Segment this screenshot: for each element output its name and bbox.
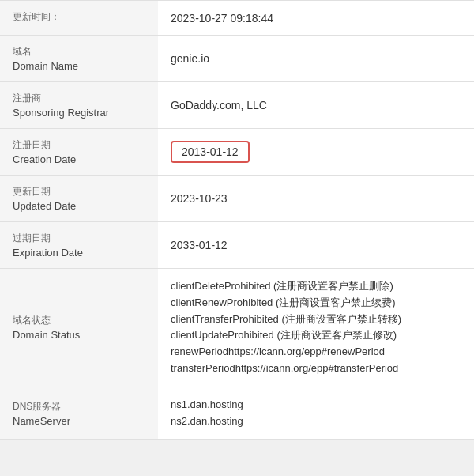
label-zh-creation-date: 注册日期 bbox=[13, 138, 145, 152]
label-zh-domain-name: 域名 bbox=[13, 45, 145, 59]
label-updated-date: 更新日期Updated Date bbox=[0, 176, 158, 221]
label-en-updated-date: Updated Date bbox=[13, 200, 145, 212]
value-creation-date: 2013-01-12 bbox=[158, 129, 474, 175]
label-registrar: 注册商Sponsoring Registrar bbox=[0, 82, 158, 128]
row-domain-status: 域名状态Domain StatusclientDeleteProhibited … bbox=[0, 269, 474, 387]
label-domain-name: 域名Domain Name bbox=[0, 36, 158, 81]
value-line: transferPeriodhttps://icann.org/epp#tran… bbox=[171, 361, 398, 377]
label-zh-registrar: 注册商 bbox=[13, 92, 145, 105]
label-en-registrar: Sponsoring Registrar bbox=[13, 107, 145, 119]
row-nameserver: DNS服务器NameServerns1.dan.hostingns2.dan.h… bbox=[0, 387, 474, 440]
value-text-domain-name: genie.io bbox=[171, 52, 209, 65]
label-en-nameserver: NameServer bbox=[13, 415, 145, 427]
label-domain-status: 域名状态Domain Status bbox=[0, 269, 158, 387]
label-update-time: 更新时间： bbox=[0, 1, 158, 35]
value-line: clientUpdateProhibited (注册商设置客户禁止修改) bbox=[171, 327, 397, 344]
label-en-expiration-date: Expiration Date bbox=[13, 247, 145, 259]
value-line: clientDeleteProhibited (注册商设置客户禁止删除) bbox=[171, 278, 393, 295]
label-zh-updated-date: 更新日期 bbox=[13, 185, 145, 198]
value-domain-status: clientDeleteProhibited (注册商设置客户禁止删除)clie… bbox=[158, 269, 474, 387]
row-domain-name: 域名Domain Namegenie.io bbox=[0, 36, 474, 82]
label-nameserver: DNS服务器NameServer bbox=[0, 387, 158, 440]
value-text-registrar: GoDaddy.com, LLC bbox=[171, 99, 267, 111]
label-creation-date: 注册日期Creation Date bbox=[0, 129, 158, 175]
label-zh-expiration-date: 过期日期 bbox=[13, 232, 145, 245]
row-expiration-date: 过期日期Expiration Date2033-01-12 bbox=[0, 222, 474, 269]
value-update-time: 2023-10-27 09:18:44 bbox=[158, 1, 474, 35]
label-en-domain-status: Domain Status bbox=[13, 329, 145, 341]
label-zh-domain-status: 域名状态 bbox=[13, 314, 145, 327]
value-updated-date: 2023-10-23 bbox=[158, 176, 474, 221]
value-text-update-time: 2023-10-27 09:18:44 bbox=[171, 12, 273, 25]
label-en-domain-name: Domain Name bbox=[13, 60, 145, 72]
value-expiration-date: 2033-01-12 bbox=[158, 222, 474, 268]
row-update-time: 更新时间：2023-10-27 09:18:44 bbox=[0, 0, 474, 36]
value-line: ns1.dan.hosting bbox=[171, 397, 243, 414]
whois-table: 更新时间：2023-10-27 09:18:44域名Domain Namegen… bbox=[0, 0, 474, 440]
value-domain-name: genie.io bbox=[158, 36, 474, 81]
row-updated-date: 更新日期Updated Date2023-10-23 bbox=[0, 176, 474, 222]
value-line: renewPeriodhttps://icann.org/epp#renewPe… bbox=[171, 344, 385, 361]
value-registrar: GoDaddy.com, LLC bbox=[158, 82, 474, 128]
value-line: clientTransferProhibited (注册商设置客户禁止转移) bbox=[171, 312, 401, 328]
row-registrar: 注册商Sponsoring RegistrarGoDaddy.com, LLC bbox=[0, 82, 474, 129]
label-zh-nameserver: DNS服务器 bbox=[13, 400, 145, 414]
value-line: ns2.dan.hosting bbox=[171, 414, 243, 430]
row-creation-date: 注册日期Creation Date2013-01-12 bbox=[0, 129, 474, 176]
value-text-updated-date: 2023-10-23 bbox=[171, 192, 228, 205]
value-text-expiration-date: 2033-01-12 bbox=[171, 239, 228, 251]
highlighted-value-creation-date: 2013-01-12 bbox=[171, 141, 250, 163]
label-en-creation-date: Creation Date bbox=[13, 153, 145, 165]
label-expiration-date: 过期日期Expiration Date bbox=[0, 222, 158, 268]
value-nameserver: ns1.dan.hostingns2.dan.hosting bbox=[158, 387, 474, 440]
value-line: clientRenewProhibited (注册商设置客户禁止续费) bbox=[171, 295, 396, 312]
label-zh-update-time: 更新时间： bbox=[13, 10, 145, 24]
